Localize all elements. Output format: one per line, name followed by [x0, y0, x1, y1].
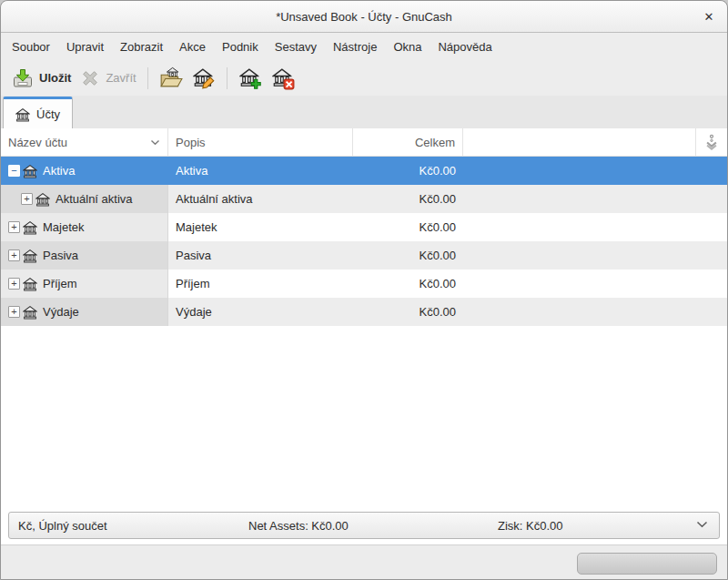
table-header: Název účtu Popis Celkem	[1, 128, 727, 157]
expand-expander-icon[interactable]: +	[21, 193, 33, 205]
accounts-tab-icon	[15, 107, 30, 122]
menu-podnik[interactable]: Podnik	[214, 36, 267, 58]
summary-currency-scope: Kč, Úplný součet	[18, 519, 107, 533]
expand-expander-icon[interactable]: +	[8, 278, 20, 290]
table-row[interactable]: + Majetek Majetek Kč0.00	[1, 213, 727, 241]
summary-area: Kč, Úplný součet Net Assets: Kč0.00 Zisk…	[1, 507, 727, 545]
account-description: Aktuální aktiva	[168, 185, 353, 213]
table-row[interactable]: + Aktuální aktiva Aktuální aktiva Kč0.00	[1, 185, 727, 213]
expand-expander-icon[interactable]: +	[8, 306, 20, 318]
expand-expander-icon[interactable]: +	[8, 249, 20, 261]
account-icon	[23, 220, 43, 235]
window-title: *Unsaved Book - Účty - GnuCash	[276, 10, 452, 24]
menu-soubor[interactable]: Soubor	[4, 36, 58, 58]
account-name: Aktuální aktiva	[56, 192, 133, 206]
table-row[interactable]: + Příjem Příjem Kč0.00	[1, 270, 727, 298]
empty-cell	[696, 270, 727, 298]
account-name: Aktiva	[43, 164, 75, 178]
gnucash-window: *Unsaved Book - Účty - GnuCash ✕ Soubor …	[0, 0, 728, 580]
close-icon[interactable]: ✕	[701, 8, 717, 25]
column-header-name[interactable]: Název účtu	[1, 128, 168, 156]
table-row[interactable]: + Výdaje Výdaje Kč0.00	[1, 298, 727, 326]
empty-cell	[463, 185, 696, 213]
table-row[interactable]: − Aktiva Aktiva Kč0.00	[1, 157, 727, 185]
close-tab-icon	[80, 68, 100, 88]
new-account-icon	[238, 66, 262, 90]
empty-cell	[463, 213, 696, 241]
empty-cell	[463, 298, 696, 326]
account-icon	[23, 277, 43, 291]
empty-cell	[463, 270, 696, 298]
account-name-cell: − Aktiva	[1, 157, 168, 185]
open-account-button[interactable]	[155, 64, 187, 93]
table-row[interactable]: + Pasiva Pasiva Kč0.00	[1, 241, 727, 270]
account-name-cell: + Výdaje	[1, 298, 168, 326]
summary-net-assets: Net Assets: Kč0.00	[248, 519, 349, 533]
open-account-icon	[159, 66, 183, 90]
summary-bar[interactable]: Kč, Úplný součet Net Assets: Kč0.00 Zisk…	[8, 512, 720, 539]
sort-chevron-down-icon	[150, 139, 160, 146]
account-total: Kč0.00	[353, 157, 463, 185]
menu-upravit[interactable]: Upravit	[58, 36, 112, 58]
account-icon	[23, 305, 43, 320]
account-name: Pasiva	[43, 249, 78, 262]
collapse-expander-icon[interactable]: −	[8, 165, 20, 177]
account-description: Příjem	[168, 270, 353, 298]
column-options-icon	[704, 134, 719, 151]
empty-cell	[696, 241, 727, 270]
account-name: Příjem	[43, 277, 77, 290]
menu-napoveda[interactable]: Nápověda	[430, 36, 500, 58]
account-total: Kč0.00	[353, 185, 463, 213]
account-icon	[35, 192, 56, 207]
statusbar	[1, 544, 727, 579]
delete-account-button[interactable]	[267, 64, 299, 93]
menu-zobrazit[interactable]: Zobrazit	[112, 36, 171, 58]
account-description: Výdaje	[168, 298, 353, 326]
empty-cell	[696, 298, 727, 326]
menu-nastroje[interactable]: Nástroje	[325, 36, 385, 58]
menu-okna[interactable]: Okna	[385, 36, 430, 58]
empty-cell	[696, 185, 727, 213]
account-total: Kč0.00	[353, 213, 463, 241]
empty-cell	[696, 213, 727, 241]
delete-account-icon	[271, 66, 295, 90]
edit-account-button[interactable]	[187, 64, 220, 93]
menubar: Soubor Upravit Zobrazit Akce Podnik Sest…	[1, 33, 727, 60]
account-name: Výdaje	[43, 305, 79, 319]
account-total: Kč0.00	[353, 298, 463, 326]
account-description: Pasiva	[168, 241, 353, 270]
account-name-cell: + Aktuální aktiva	[1, 185, 168, 213]
empty-cell	[463, 157, 696, 185]
empty-cell	[696, 157, 727, 185]
tabstrip: Účty	[1, 96, 727, 130]
new-account-button[interactable]	[234, 64, 267, 93]
accounts-page: Název účtu Popis Celkem	[1, 128, 727, 545]
menu-sestavy[interactable]: Sestavy	[267, 36, 325, 58]
column-header-total[interactable]: Celkem	[353, 128, 463, 156]
close-tab-button[interactable]: Zavřít	[76, 66, 140, 91]
column-header-description[interactable]: Popis	[168, 128, 353, 156]
progress-bar	[577, 553, 717, 575]
account-description: Majetek	[168, 213, 353, 241]
menu-akce[interactable]: Akce	[171, 36, 214, 58]
toolbar: Uložit Zavřít	[1, 60, 727, 96]
column-header-empty	[463, 128, 696, 156]
column-options-button[interactable]	[696, 128, 727, 156]
account-total: Kč0.00	[353, 241, 463, 270]
account-total: Kč0.00	[353, 270, 463, 298]
account-icon	[23, 249, 43, 263]
tab-accounts[interactable]: Účty	[3, 97, 73, 129]
expand-expander-icon[interactable]: +	[8, 221, 20, 233]
save-icon	[12, 67, 34, 89]
account-name-cell: + Pasiva	[1, 241, 168, 270]
toolbar-separator	[227, 67, 228, 89]
account-name: Majetek	[43, 220, 85, 234]
account-name-cell: + Příjem	[1, 270, 168, 298]
edit-account-icon	[192, 66, 216, 90]
account-name-cell: + Majetek	[1, 213, 168, 241]
chevron-down-icon	[696, 521, 708, 528]
empty-cell	[463, 241, 696, 270]
account-description: Aktiva	[168, 157, 353, 185]
save-button[interactable]: Uložit	[7, 65, 76, 92]
summary-profit: Zisk: Kč0.00	[498, 519, 563, 533]
